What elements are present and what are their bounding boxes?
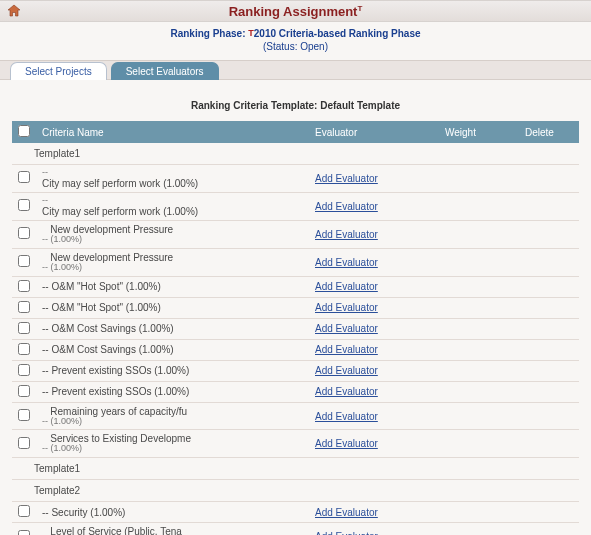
row-checkbox[interactable]: [18, 409, 30, 421]
col-evaluator: Evaluator: [309, 121, 439, 143]
row-checkbox-cell: [12, 165, 36, 193]
add-evaluator-link[interactable]: Add Evaluator: [315, 386, 378, 397]
add-evaluator-link[interactable]: Add Evaluator: [315, 302, 378, 313]
delete-cell: [519, 523, 579, 535]
table-row: Services to Existing Developme-- (1.00%)…: [12, 430, 579, 458]
delete-cell: [519, 220, 579, 248]
add-evaluator-link[interactable]: Add Evaluator: [315, 411, 378, 422]
table-row: -- Security (1.00%)Add Evaluator: [12, 502, 579, 523]
row-checkbox[interactable]: [18, 343, 30, 355]
delete-cell: [519, 381, 579, 402]
criteria-table: Criteria Name Evaluator Weight Delete Te…: [12, 121, 579, 535]
table-row: -- O&M Cost Savings (1.00%)Add Evaluator: [12, 318, 579, 339]
evaluator-cell: Add Evaluator: [309, 165, 439, 193]
table-row: -- O&M Cost Savings (1.00%)Add Evaluator: [12, 339, 579, 360]
criteria-name: -- O&M Cost Savings (1.00%): [36, 339, 309, 360]
row-checkbox[interactable]: [18, 255, 30, 267]
row-checkbox[interactable]: [18, 199, 30, 211]
row-checkbox[interactable]: [18, 437, 30, 449]
row-checkbox-cell: [12, 402, 36, 430]
criteria-name: -- Prevent existing SSOs (1.00%): [36, 360, 309, 381]
tab-select-evaluators[interactable]: Select Evaluators: [111, 62, 219, 80]
add-evaluator-link[interactable]: Add Evaluator: [315, 229, 378, 240]
delete-cell: [519, 276, 579, 297]
add-evaluator-link[interactable]: Add Evaluator: [315, 323, 378, 334]
select-all-checkbox[interactable]: [18, 125, 30, 137]
row-checkbox-cell: [12, 297, 36, 318]
row-checkbox[interactable]: [18, 171, 30, 183]
weight-cell: [439, 297, 519, 318]
evaluator-cell: Add Evaluator: [309, 220, 439, 248]
weight-cell: [439, 339, 519, 360]
row-checkbox[interactable]: [18, 505, 30, 517]
row-checkbox-cell: [12, 248, 36, 276]
home-icon[interactable]: [6, 3, 22, 19]
evaluator-cell: Add Evaluator: [309, 297, 439, 318]
row-checkbox-cell: [12, 318, 36, 339]
table-row: --City may self perform work (1.00%)Add …: [12, 165, 579, 193]
row-checkbox[interactable]: [18, 530, 30, 535]
delete-cell: [519, 318, 579, 339]
add-evaluator-link[interactable]: Add Evaluator: [315, 531, 378, 535]
section-row: Template1: [12, 143, 579, 165]
criteria-name: New development Pressure-- (1.00%): [36, 248, 309, 276]
add-evaluator-link[interactable]: Add Evaluator: [315, 173, 378, 184]
add-evaluator-link[interactable]: Add Evaluator: [315, 281, 378, 292]
add-evaluator-link[interactable]: Add Evaluator: [315, 201, 378, 212]
weight-cell: [439, 381, 519, 402]
section-row: Template2: [12, 480, 579, 502]
tabs-bar: Select Projects Select Evaluators: [0, 60, 591, 80]
add-evaluator-link[interactable]: Add Evaluator: [315, 438, 378, 449]
evaluator-cell: Add Evaluator: [309, 502, 439, 523]
delete-cell: [519, 430, 579, 458]
table-row: -- Prevent existing SSOs (1.00%)Add Eval…: [12, 360, 579, 381]
delete-cell: [519, 248, 579, 276]
add-evaluator-link[interactable]: Add Evaluator: [315, 257, 378, 268]
weight-cell: [439, 276, 519, 297]
add-evaluator-link[interactable]: Add Evaluator: [315, 507, 378, 518]
add-evaluator-link[interactable]: Add Evaluator: [315, 365, 378, 376]
row-checkbox[interactable]: [18, 364, 30, 376]
criteria-name: Level of Service (Public, Tena-- (1.00%): [36, 523, 309, 535]
criteria-name: Services to Existing Developme-- (1.00%): [36, 430, 309, 458]
criteria-name: -- O&M "Hot Spot" (1.00%): [36, 276, 309, 297]
weight-cell: [439, 220, 519, 248]
delete-cell: [519, 502, 579, 523]
evaluator-cell: Add Evaluator: [309, 318, 439, 339]
weight-cell: [439, 192, 519, 220]
row-checkbox[interactable]: [18, 322, 30, 334]
row-checkbox[interactable]: [18, 227, 30, 239]
row-checkbox[interactable]: [18, 301, 30, 313]
tab-select-projects[interactable]: Select Projects: [10, 62, 107, 80]
evaluator-cell: Add Evaluator: [309, 339, 439, 360]
delete-cell: [519, 165, 579, 193]
add-evaluator-link[interactable]: Add Evaluator: [315, 344, 378, 355]
section-label: Template1: [12, 458, 579, 480]
row-checkbox-cell: [12, 220, 36, 248]
criteria-name: -- Security (1.00%): [36, 502, 309, 523]
evaluator-cell: Add Evaluator: [309, 276, 439, 297]
row-checkbox-cell: [12, 360, 36, 381]
row-checkbox-cell: [12, 192, 36, 220]
criteria-name: -- O&M Cost Savings (1.00%): [36, 318, 309, 339]
row-checkbox-cell: [12, 430, 36, 458]
evaluator-cell: Add Evaluator: [309, 402, 439, 430]
criteria-name: -- O&M "Hot Spot" (1.00%): [36, 297, 309, 318]
row-checkbox[interactable]: [18, 385, 30, 397]
weight-cell: [439, 165, 519, 193]
row-checkbox[interactable]: [18, 280, 30, 292]
phase-info: Ranking Phase: T2010 Criteria-based Rank…: [0, 22, 591, 60]
row-checkbox-cell: [12, 502, 36, 523]
evaluator-cell: Add Evaluator: [309, 381, 439, 402]
table-row: New development Pressure-- (1.00%)Add Ev…: [12, 220, 579, 248]
section-row: Template1: [12, 458, 579, 480]
table-row: -- O&M "Hot Spot" (1.00%)Add Evaluator: [12, 276, 579, 297]
criteria-name: --City may self perform work (1.00%): [36, 192, 309, 220]
criteria-name: Remaining years of capacity/fu-- (1.00%): [36, 402, 309, 430]
template-title: Ranking Criteria Template: Default Templ…: [12, 96, 579, 121]
weight-cell: [439, 248, 519, 276]
evaluator-cell: Add Evaluator: [309, 360, 439, 381]
evaluator-cell: Add Evaluator: [309, 523, 439, 535]
weight-cell: [439, 318, 519, 339]
criteria-name: -- Prevent existing SSOs (1.00%): [36, 381, 309, 402]
